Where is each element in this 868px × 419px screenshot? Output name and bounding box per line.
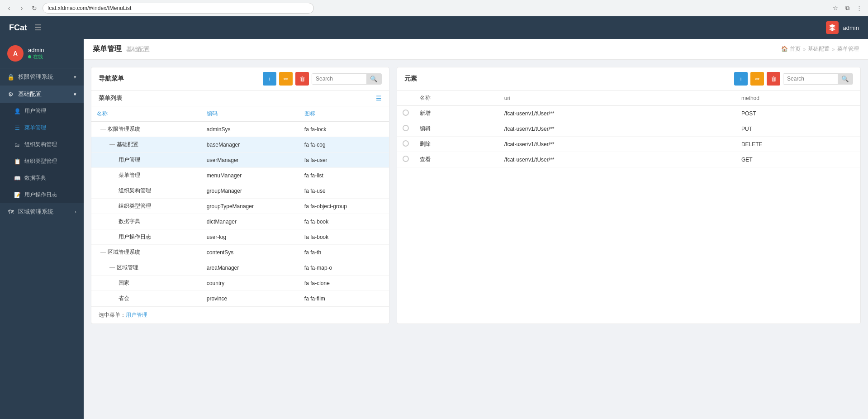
menu-name-cell: —区域管理 [91, 260, 201, 276]
main-content: 菜单管理 基础配置 🏠 首页 » 基础配置 » 菜单管理 导航菜单 + ✏ [84, 39, 868, 419]
menu-code-cell: menuManager [201, 168, 299, 183]
menu-icon[interactable]: ⋮ [854, 4, 863, 13]
element-table: 名称 uri method 新增 /fcat-user/v1/tUser/** … [397, 90, 860, 167]
col-name-header: 名称 [91, 106, 201, 122]
list-view-icon[interactable]: ☰ [376, 95, 382, 102]
table-row[interactable]: 用户管理 userManager fa fa-user [91, 152, 389, 168]
app-logo: FCat [9, 23, 27, 33]
menu-code-cell: groupManager [201, 183, 299, 199]
menu-code-cell: areaManager [201, 260, 299, 276]
table-row[interactable]: 删除 /fcat-user/v1/tUser/** DELETE [397, 137, 860, 152]
elem-method-cell: GET [736, 152, 860, 167]
table-row[interactable]: 编辑 /fcat-user/v1/tUser/** PUT [397, 121, 860, 137]
table-row[interactable]: 查看 /fcat-user/v1/tUser/** GET [397, 152, 860, 167]
delete-element-button[interactable]: 🗑 [767, 72, 780, 86]
table-row[interactable]: 组织类型管理 groupTypeManager fa fa-object-gro… [91, 199, 389, 214]
add-menu-button[interactable]: + [263, 72, 276, 86]
elem-name-cell: 删除 [414, 137, 499, 152]
radio-cell[interactable] [397, 137, 414, 152]
sidebar-item-menu-mgmt[interactable]: ☰ 菜单管理 [0, 119, 84, 136]
sidebar-item-basic[interactable]: ⚙ 基础配置 ▾ [0, 86, 84, 103]
radio-cell[interactable] [397, 121, 414, 137]
table-row[interactable]: 国家 country fa fa-clone [91, 276, 389, 291]
menu-table: 名称 编码 图标 —权限管理系统 adminSys fa fa-lock —基础… [91, 106, 389, 306]
right-panel: 元素 + ✏ 🗑 🔍 名称 [397, 67, 861, 324]
bookmark-icon[interactable]: ☆ [831, 4, 840, 13]
menu-list-title: 菜单列表 [99, 94, 122, 102]
menu-code-cell: groupTypeManager [201, 199, 299, 214]
col-icon-header: 图标 [299, 106, 389, 122]
sidebar-item-dict[interactable]: 📖 数据字典 [0, 170, 84, 186]
page-title: 菜单管理 [93, 44, 122, 54]
menu-name-cell: —基础配置 [91, 137, 201, 152]
sidebar-item-area[interactable]: 🗺 区域管理系统 › [0, 203, 84, 220]
hamburger-button[interactable]: ☰ [34, 23, 42, 33]
table-row[interactable]: 用户操作日志 user-log fa fa-book [91, 229, 389, 245]
menu-icon-cell: fa fa-cog [299, 137, 389, 152]
table-row[interactable]: —基础配置 baseManager fa fa-cog [91, 137, 389, 152]
table-row[interactable]: 菜单管理 menuManager fa fa-list [91, 168, 389, 183]
table-row[interactable]: 新增 /fcat-user/v1/tUser/** POST [397, 106, 860, 121]
radio-button[interactable] [403, 156, 409, 162]
selected-menu-label: 选中菜单：用户管理 [91, 306, 389, 324]
radio-button[interactable] [403, 125, 409, 131]
elem-name-cell: 编辑 [414, 121, 499, 137]
sidebar-item-log[interactable]: 📝 用户操作日志 [0, 186, 84, 203]
radio-cell[interactable] [397, 106, 414, 121]
right-panel-title: 元素 [404, 75, 417, 83]
menu-icon-cell: fa fa-book [299, 214, 389, 229]
page-header: 菜单管理 基础配置 🏠 首页 » 基础配置 » 菜单管理 [84, 39, 868, 60]
table-row[interactable]: 省会 province fa fa-film [91, 291, 389, 306]
table-row[interactable]: 组织架构管理 groupManager fa fa-use [91, 183, 389, 199]
elem-uri-cell: /fcat-user/v1/tUser/** [499, 152, 736, 167]
menu-name-cell: 组织架构管理 [91, 183, 201, 199]
right-panel-header: 元素 + ✏ 🗑 🔍 [397, 67, 860, 90]
forward-button[interactable]: › [17, 4, 26, 13]
left-panel-header: 导航菜单 + ✏ 🗑 🔍 [91, 67, 389, 90]
refresh-button[interactable]: ↻ [30, 4, 39, 13]
sidebar-item-auth[interactable]: 🔒 权限管理系统 ▾ [0, 68, 84, 86]
menu-name-cell: 国家 [91, 276, 201, 291]
add-element-button[interactable]: + [734, 72, 748, 86]
top-nav: FCat ☰ admin [0, 16, 868, 39]
menu-icon-cell: fa fa-book [299, 229, 389, 245]
user-status-label: 在线 [33, 53, 43, 60]
chevron-icon: ▾ [74, 74, 76, 80]
menu-code-cell: baseManager [201, 137, 299, 152]
right-search-button[interactable]: 🔍 [838, 74, 853, 84]
elem-name-cell: 新增 [414, 106, 499, 121]
extensions-icon[interactable]: ⧉ [843, 4, 852, 13]
left-search-input[interactable] [312, 74, 366, 84]
table-row[interactable]: —区域管理 areaManager fa fa-map-o [91, 260, 389, 276]
user-name: admin [28, 47, 44, 53]
sidebar-item-org-mgmt[interactable]: 🗂 组织架构管理 [0, 136, 84, 153]
edit-element-button[interactable]: ✏ [750, 72, 764, 86]
left-panel: 导航菜单 + ✏ 🗑 🔍 菜单列表 ☰ [91, 67, 389, 324]
sidebar-item-user-mgmt[interactable]: 👤 用户管理 [0, 103, 84, 119]
radio-button[interactable] [403, 110, 409, 116]
menu-list-icon: ☰ [14, 125, 21, 131]
delete-menu-button[interactable]: 🗑 [295, 72, 309, 86]
sidebar-item-orgtype-mgmt[interactable]: 📋 组织类型管理 [0, 153, 84, 170]
url-bar[interactable]: fcat.xfdmao.com/#/index/tMenuList [43, 3, 314, 14]
menu-name-cell: 省会 [91, 291, 201, 306]
sidebar-user-mgmt-label: 用户管理 [24, 107, 46, 115]
menu-code-cell: country [201, 276, 299, 291]
menu-code-cell: user-log [201, 229, 299, 245]
menu-name-cell: —区域管理系统 [91, 245, 201, 260]
menu-code-cell: contentSys [201, 245, 299, 260]
back-button[interactable]: ‹ [5, 4, 14, 13]
chevron-right-icon: › [75, 209, 76, 214]
sidebar-auth-label: 权限管理系统 [18, 73, 53, 81]
menu-icon-cell: fa fa-user [299, 152, 389, 168]
table-row[interactable]: —权限管理系统 adminSys fa fa-lock [91, 122, 389, 137]
table-row[interactable]: 数据字典 dictManager fa fa-book [91, 214, 389, 229]
left-search-button[interactable]: 🔍 [366, 74, 381, 84]
radio-cell[interactable] [397, 152, 414, 167]
radio-button[interactable] [403, 140, 409, 147]
edit-menu-button[interactable]: ✏ [279, 72, 293, 86]
breadcrumb-basic: 基础配置 [808, 45, 830, 53]
table-row[interactable]: —区域管理系统 contentSys fa fa-th [91, 245, 389, 260]
right-search-input[interactable] [783, 74, 838, 84]
menu-code-cell: province [201, 291, 299, 306]
